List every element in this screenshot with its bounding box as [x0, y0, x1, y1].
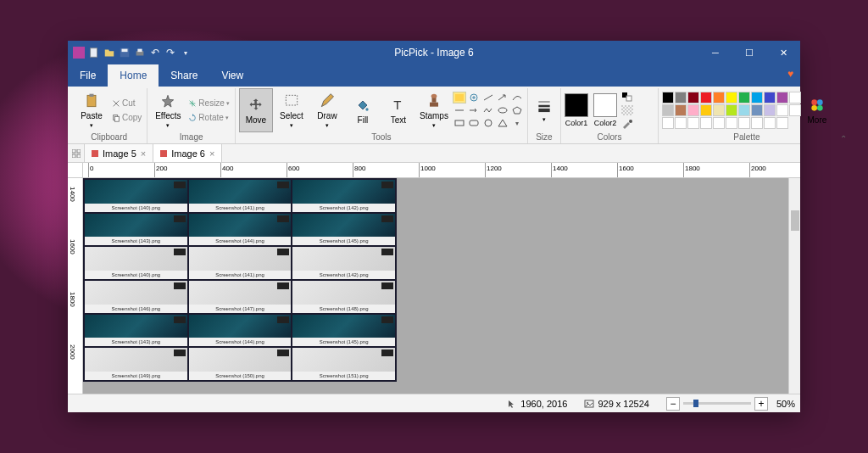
shape-arrow[interactable] — [496, 92, 509, 103]
tab-view-toggle[interactable] — [68, 144, 85, 162]
shape-line2[interactable] — [453, 104, 466, 116]
palette-color[interactable] — [662, 92, 674, 103]
workspace: 0200400600800100012001400160018002000 14… — [68, 163, 800, 394]
palette-color[interactable] — [751, 92, 763, 103]
palette-color[interactable] — [738, 104, 750, 116]
palette-color[interactable] — [764, 104, 776, 116]
minimize-button[interactable]: ─ — [698, 41, 732, 64]
close-tab-icon[interactable]: × — [141, 148, 146, 159]
redo-icon[interactable]: ↷ — [164, 47, 176, 59]
zoom-in-button[interactable]: + — [754, 397, 768, 411]
stamps-tool-button[interactable]: Stamps▾ — [417, 88, 451, 132]
palette-color[interactable] — [776, 104, 788, 116]
qat-dropdown-icon[interactable]: ▾ — [180, 47, 192, 59]
svg-point-32 — [629, 120, 632, 123]
palette-color[interactable] — [700, 92, 712, 103]
menu-share[interactable]: Share — [159, 64, 209, 87]
palette-color[interactable] — [675, 117, 687, 129]
menu-home[interactable]: Home — [108, 64, 159, 87]
shape-oval[interactable] — [496, 104, 509, 116]
menu-file[interactable]: File — [68, 64, 108, 87]
palette-color[interactable] — [687, 104, 699, 116]
shape-triangle[interactable] — [496, 117, 509, 129]
undo-icon[interactable]: ↶ — [149, 47, 161, 59]
shape-arrow2[interactable] — [467, 104, 481, 116]
shape-curve[interactable] — [510, 92, 524, 103]
palette-color[interactable] — [789, 104, 801, 116]
palette-color[interactable] — [675, 104, 687, 116]
close-button[interactable]: ✕ — [766, 41, 800, 64]
document-tab-image5[interactable]: Image 5 × — [85, 144, 153, 162]
palette-color[interactable] — [738, 92, 750, 103]
svg-rect-39 — [72, 154, 75, 158]
print-icon[interactable] — [134, 47, 146, 59]
shapes-expand[interactable]: ▾ — [510, 117, 524, 129]
palette-color[interactable] — [738, 117, 750, 129]
palette-color[interactable] — [751, 104, 763, 116]
palette-color[interactable] — [687, 92, 699, 103]
palette-color[interactable] — [713, 117, 725, 129]
close-tab-icon[interactable]: × — [209, 148, 214, 159]
palette-color[interactable] — [687, 117, 699, 129]
move-tool-button[interactable]: Move — [239, 88, 273, 132]
transparent-icon[interactable] — [621, 104, 652, 116]
rotate-button[interactable]: Rotate ▾ — [186, 111, 231, 125]
cut-button[interactable]: Cut — [110, 97, 143, 110]
color2-slot[interactable] — [593, 93, 617, 117]
palette-color[interactable] — [662, 104, 674, 116]
shape-circle[interactable] — [481, 117, 495, 129]
document-tab-image6[interactable]: Image 6 × — [153, 144, 222, 162]
palette-color[interactable] — [776, 117, 788, 129]
palette-color[interactable] — [764, 117, 776, 129]
shape-line[interactable] — [481, 92, 495, 103]
palette-color[interactable] — [713, 104, 725, 116]
draw-tool-button[interactable]: Draw▾ — [310, 88, 344, 132]
palette-color[interactable] — [675, 92, 687, 103]
vertical-scrollbar[interactable] — [788, 178, 800, 394]
menu-view[interactable]: View — [209, 64, 255, 87]
scrollbar-thumb[interactable] — [791, 210, 799, 231]
select-tool-button[interactable]: Select▾ — [275, 88, 309, 132]
palette-color[interactable] — [726, 117, 737, 129]
maximize-button[interactable]: ☐ — [732, 41, 766, 64]
size-button[interactable]: ▾ — [531, 88, 557, 132]
palette-color[interactable] — [726, 92, 737, 103]
image-canvas[interactable]: Screenshot (140).pngScreenshot (141).png… — [83, 178, 397, 382]
palette-color[interactable] — [700, 104, 712, 116]
shape-zigzag[interactable] — [481, 104, 495, 116]
shape-rect[interactable] — [453, 117, 466, 129]
copy-button[interactable]: Copy — [110, 111, 143, 125]
fill-tool-button[interactable]: Fill — [346, 88, 380, 132]
heart-icon[interactable]: ♥ — [787, 68, 793, 80]
palette-color[interactable] — [789, 92, 801, 103]
shape-rect-fill[interactable] — [453, 92, 466, 103]
shape-roundrect[interactable] — [467, 117, 481, 129]
resize-button[interactable]: Resize ▾ — [186, 97, 231, 110]
paste-button[interactable]: Paste ▾ — [75, 88, 108, 132]
thumbnail: Screenshot (144).png — [189, 214, 292, 246]
canvas-area[interactable]: Screenshot (140).pngScreenshot (141).png… — [83, 178, 788, 394]
palette-color[interactable] — [726, 104, 737, 116]
palette-color[interactable] — [700, 117, 712, 129]
collapse-ribbon-button[interactable]: ⌃ — [835, 88, 852, 143]
palette-color[interactable] — [776, 92, 788, 103]
shape-polygon[interactable] — [510, 104, 524, 116]
palette-color[interactable] — [764, 92, 776, 103]
palette-color[interactable] — [713, 92, 725, 103]
open-icon[interactable] — [103, 47, 115, 59]
zoom-slider[interactable] — [683, 402, 751, 405]
new-icon[interactable] — [88, 47, 100, 59]
palette-color[interactable] — [662, 117, 674, 129]
text-tool-button[interactable]: T Text — [381, 88, 415, 132]
svg-rect-7 — [90, 93, 94, 96]
palette-color[interactable] — [751, 117, 763, 129]
color1-slot[interactable] — [565, 93, 588, 117]
shape-circle-plus[interactable] — [467, 92, 481, 103]
eyedropper-icon[interactable] — [621, 118, 652, 130]
save-icon[interactable] — [119, 47, 131, 59]
swap-colors-icon[interactable] — [621, 91, 652, 103]
more-colors-button[interactable]: More — [803, 88, 832, 132]
svg-rect-21 — [455, 120, 464, 126]
zoom-out-button[interactable]: − — [666, 397, 680, 411]
effects-button[interactable]: Effects ▾ — [151, 88, 185, 132]
